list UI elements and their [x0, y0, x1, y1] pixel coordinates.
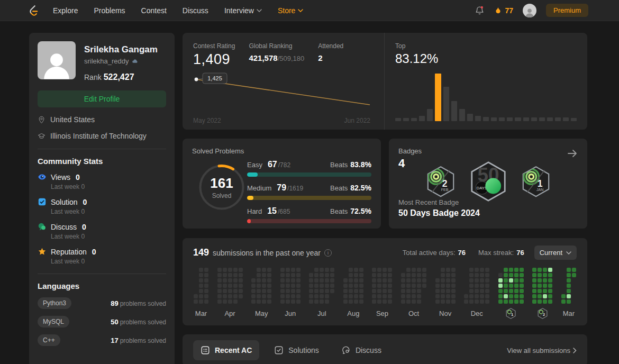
leetcode-logo-icon[interactable]	[28, 5, 39, 16]
heatmap-cell	[199, 278, 203, 283]
heatmap-cell	[199, 284, 203, 288]
range-dropdown[interactable]: Current	[534, 245, 577, 260]
heatmap-cell	[217, 273, 222, 277]
heatmap-month-apr-1: Apr	[217, 267, 243, 319]
attended-value: 2	[318, 53, 343, 62]
nav-item-problems[interactable]: Problems	[94, 6, 125, 15]
heatmap-cell	[520, 278, 524, 283]
nav-item-store[interactable]: Store	[278, 6, 303, 15]
submission-count-suffix: submissions in the past one year	[213, 249, 321, 257]
username-badge-icon	[132, 58, 139, 64]
language-pill[interactable]: MySQL	[38, 316, 69, 327]
heatmap-cell	[349, 273, 353, 277]
nav-avatar[interactable]	[523, 4, 536, 17]
heatmap-cell	[291, 273, 295, 277]
heatmap-cell	[475, 299, 479, 304]
heatmap-cell	[498, 284, 503, 288]
heatmap-cell	[330, 273, 334, 277]
language-pill[interactable]: Python3	[38, 297, 71, 309]
heatmap-cell	[469, 273, 474, 277]
contest-data-point[interactable]	[195, 78, 198, 81]
tab-discuss[interactable]: Discuss	[334, 340, 389, 360]
heatmap-cell	[325, 273, 329, 277]
heatmap-month-aug-5: Aug	[343, 267, 364, 319]
heatmap-cell	[567, 278, 571, 283]
heatmap-cell	[520, 294, 524, 298]
heatmap-cell	[359, 289, 363, 293]
svg-text:FEB: FEB	[441, 188, 448, 192]
heatmap-cell	[548, 289, 552, 293]
nav-item-interview[interactable]: Interview	[224, 6, 262, 15]
stat-subrow: Last week 0	[51, 233, 166, 240]
heatmap-cell	[514, 278, 518, 283]
stat-sub-value: 0	[81, 183, 85, 190]
heatmap-cell	[543, 299, 547, 304]
heatmap-cell	[204, 294, 208, 298]
heatmap-cell	[504, 278, 508, 283]
language-pill[interactable]: C++	[38, 334, 60, 346]
heatmap-cell	[286, 268, 290, 272]
badge-50-days[interactable]: 50 DAYS	[469, 161, 507, 204]
heatmap-cell	[286, 289, 290, 293]
discuss-icon	[341, 345, 351, 355]
info-icon[interactable]: i	[324, 249, 332, 257]
contest-rating-label: Contest Rating	[193, 42, 235, 50]
heatmap-cell	[412, 268, 416, 272]
heatmap-cell	[233, 273, 238, 277]
heatmap-cell	[480, 289, 484, 293]
heatmap-cell	[309, 299, 313, 304]
heatmap-cell	[498, 294, 503, 298]
heatmap-month-badge-2[interactable]: 2	[538, 308, 548, 319]
premium-button[interactable]: Premium	[546, 4, 588, 17]
tab-recent-ac[interactable]: Recent AC	[193, 340, 259, 360]
community-stats-title: Community Stats	[38, 157, 166, 166]
nav-item-explore[interactable]: Explore	[53, 6, 78, 15]
nav-item-discuss[interactable]: Discuss	[183, 6, 208, 15]
solved-total: 161	[210, 175, 233, 192]
badge-feb-2[interactable]: 2 FEB	[426, 166, 456, 199]
heatmap-cell	[475, 273, 479, 277]
heatmap-cell	[262, 289, 266, 293]
notifications-bell-icon[interactable]	[475, 5, 485, 15]
contest-rating-chart: 1,425	[190, 71, 377, 111]
heatmap-cell	[204, 268, 208, 272]
solutions-icon	[274, 345, 284, 355]
heatmap-cell	[223, 289, 227, 293]
percentile-bar	[459, 109, 465, 121]
heatmap-cell	[451, 294, 456, 298]
heatmap-cell	[532, 278, 536, 283]
nav-item-label: Contest	[141, 6, 167, 15]
solved-ring: 161 Solved	[197, 163, 246, 212]
heatmap-cell	[538, 278, 542, 283]
heatmap-month-oct-7: Oct	[400, 267, 427, 319]
tab-label: Discuss	[356, 346, 381, 354]
badges-arrow-icon[interactable]	[566, 147, 579, 162]
heatmap-month-badge-1[interactable]: 1	[506, 308, 516, 319]
difficulty-count: 79	[277, 183, 286, 193]
heatmap-cell	[320, 268, 324, 272]
edit-profile-button[interactable]: Edit Profile	[38, 90, 166, 107]
heatmap-cell	[422, 284, 426, 288]
heatmap-cell	[567, 273, 571, 277]
tab-solutions[interactable]: Solutions	[267, 340, 326, 360]
community-stat-reputation: Reputation0Last week 0	[38, 247, 166, 265]
daily-streak-counter[interactable]: 77	[494, 6, 513, 15]
heatmap-cell	[509, 278, 513, 283]
heatmap-cell	[561, 299, 566, 304]
heatmap-cell	[280, 299, 285, 304]
profile-school: Illinois Institute of Technology	[50, 132, 147, 140]
solution-check-icon	[38, 197, 47, 206]
nav-item-contest[interactable]: Contest	[141, 6, 167, 15]
view-all-submissions-link[interactable]: View all submissions	[507, 347, 577, 354]
heatmap-cell	[401, 278, 405, 283]
heatmap-cell	[451, 268, 456, 272]
heatmap-cell	[406, 299, 411, 304]
heatmap-cell	[485, 289, 489, 293]
heatmap-cell	[532, 289, 536, 293]
badge-jan-1[interactable]: 1 JAN	[521, 166, 551, 199]
heatmap-cell	[406, 273, 411, 277]
heatmap-month-may-2: May	[251, 267, 272, 319]
heatmap-cell	[520, 284, 524, 288]
heatmap-cell	[441, 294, 445, 298]
heatmap-cell	[504, 289, 508, 293]
